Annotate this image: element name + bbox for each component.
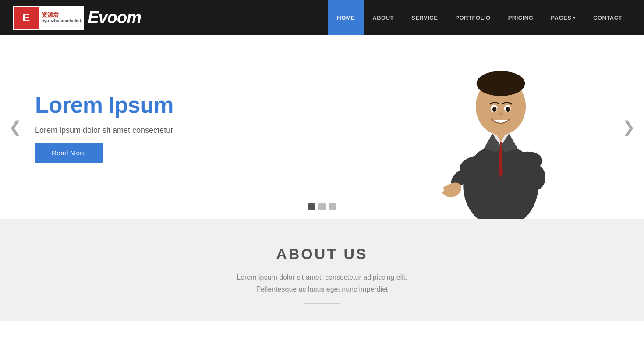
- about-text-line2: Pellentesque ac lacus eget nunc imperdie…: [191, 283, 453, 295]
- about-section: ABOUT US Lorem ipsum dolor sit amet, con…: [0, 219, 644, 321]
- hero-content: Lorem Ipsum Lorem ipsum dolor sit amet c…: [0, 65, 357, 189]
- svg-point-18: [506, 107, 510, 112]
- svg-point-17: [492, 107, 496, 112]
- brand-url: eyunzhu.com/vdisk: [42, 18, 82, 24]
- svg-point-2: [476, 71, 524, 96]
- brand-chinese: 资源君: [42, 11, 82, 18]
- nav-item-pages[interactable]: PAGES ▾: [542, 0, 584, 35]
- about-text-line1: Lorem ipsum dolor sit amet, consectetur …: [191, 271, 453, 283]
- about-title: ABOUT US: [9, 246, 635, 263]
- brand-logo-text-box: 资源君 eyunzhu.com/vdisk: [39, 6, 84, 30]
- slider-dot-1[interactable]: [308, 203, 315, 210]
- svg-point-19: [498, 112, 503, 116]
- brand-logo[interactable]: E 资源君 eyunzhu.com/vdisk Evoom: [13, 6, 141, 30]
- nav-link-portfolio[interactable]: PORTFOLIO: [446, 0, 499, 35]
- navbar: E 资源君 eyunzhu.com/vdisk Evoom HOME ABOUT…: [0, 0, 644, 35]
- nav-item-service[interactable]: SERVICE: [403, 0, 446, 35]
- slider-dot-3[interactable]: [329, 203, 336, 210]
- about-divider: [304, 303, 340, 304]
- businessman-image: [439, 44, 562, 219]
- nav-item-home[interactable]: HOME: [328, 0, 364, 35]
- svg-point-9: [527, 165, 545, 190]
- hero-title: Lorem Ipsum: [35, 92, 173, 118]
- nav-link-pricing[interactable]: PRICING: [499, 0, 542, 35]
- slider-dots: [308, 203, 336, 210]
- slider-prev-button[interactable]: ❮: [4, 114, 26, 141]
- slider-next-button[interactable]: ❯: [618, 114, 640, 141]
- nav-item-portfolio[interactable]: PORTFOLIO: [446, 0, 499, 35]
- nav-item-contact[interactable]: CONTACT: [584, 0, 631, 35]
- nav-link-contact[interactable]: CONTACT: [584, 0, 631, 35]
- hero-image-area: [357, 35, 644, 219]
- nav-item-about[interactable]: ABOUT: [364, 0, 403, 35]
- nav-link-about[interactable]: ABOUT: [364, 0, 403, 35]
- chevron-down-icon: ▾: [573, 15, 576, 20]
- hero-subtitle: Lorem ipsum dolor sit amet consectetur: [35, 126, 173, 135]
- brand-site-name: Evoom: [88, 8, 141, 27]
- nav-link-pages[interactable]: PAGES ▾: [542, 0, 584, 35]
- nav-item-pricing[interactable]: PRICING: [499, 0, 542, 35]
- nav-links: HOME ABOUT SERVICE PORTFOLIO PRICING PAG…: [328, 0, 631, 35]
- read-more-button[interactable]: Read More: [35, 143, 103, 163]
- nav-link-home[interactable]: HOME: [328, 0, 364, 35]
- nav-link-service[interactable]: SERVICE: [403, 0, 446, 35]
- brand-logo-icon: E: [13, 6, 39, 30]
- slider-dot-2[interactable]: [318, 203, 326, 210]
- hero-section: ❮ Lorem Ipsum Lorem ipsum dolor sit amet…: [0, 35, 644, 219]
